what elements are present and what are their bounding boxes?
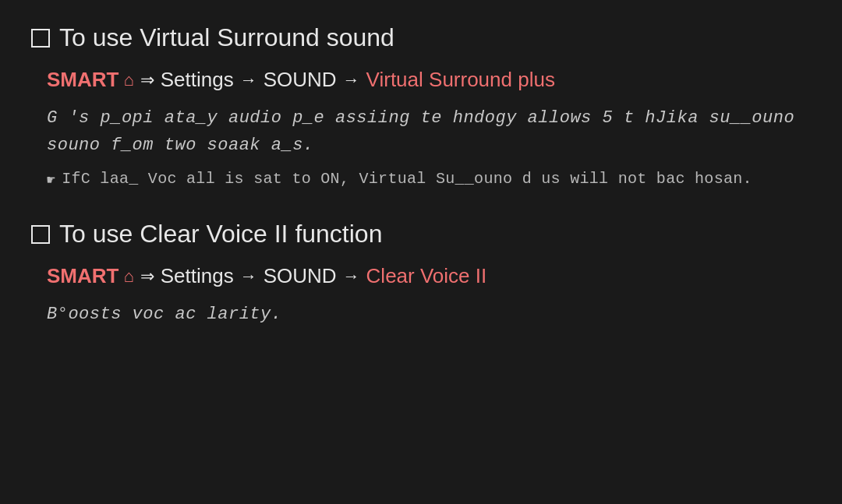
- note-icon-1: ☛: [47, 171, 55, 189]
- nav-arrow-2b: →: [240, 266, 257, 287]
- nav-path-2: SMART ⌂ ⇒ Settings → SOUND → Clear Voice…: [31, 264, 811, 288]
- nav-settings-2: Settings: [161, 264, 234, 288]
- nav-smart-label-2: SMART: [47, 264, 119, 288]
- section-title-text-1: To use Virtual Surround sound: [59, 23, 394, 52]
- description-1: G 's p_opi ata_y audio p_e assiing te hn…: [31, 104, 811, 159]
- checkbox-icon-1: [31, 29, 50, 48]
- nav-sound-2: SOUND: [264, 264, 337, 288]
- section-title-text-2: To use Clear Voice II function: [59, 220, 382, 248]
- section-clear-voice: To use Clear Voice II function SMART ⌂ ⇒…: [31, 220, 811, 328]
- nav-arrow-2c: →: [343, 266, 360, 287]
- note-text-1: IfC laa_ Voc all is sat to ON, Virtual S…: [62, 170, 752, 188]
- nav-smart-label-1: SMART: [47, 68, 119, 92]
- nav-arrow-1a: ⇒: [140, 70, 154, 90]
- nav-destination-1: Virtual Surround plus: [366, 68, 555, 92]
- nav-arrow-2a: ⇒: [140, 266, 154, 287]
- nav-arrow-1b: →: [240, 70, 257, 90]
- section-title-clear-voice: To use Clear Voice II function: [31, 220, 811, 248]
- description-2: B°oosts voc ac larity.: [31, 301, 811, 328]
- checkbox-icon-2: [31, 225, 50, 244]
- section-virtual-surround: To use Virtual Surround sound SMART ⌂ ⇒ …: [31, 23, 811, 189]
- note-1: ☛ IfC laa_ Voc all is sat to ON, Virtual…: [31, 170, 811, 189]
- nav-arrow-1c: →: [343, 70, 360, 90]
- section-title-virtual-surround: To use Virtual Surround sound: [31, 23, 811, 52]
- nav-path-1: SMART ⌂ ⇒ Settings → SOUND → Virtual Sur…: [31, 68, 811, 92]
- home-icon-2: ⌂: [123, 266, 133, 287]
- home-icon-1: ⌂: [123, 70, 133, 90]
- nav-settings-1: Settings: [161, 68, 234, 92]
- nav-destination-2: Clear Voice II: [366, 264, 487, 288]
- nav-sound-1: SOUND: [264, 68, 337, 92]
- page-container: To use Virtual Surround sound SMART ⌂ ⇒ …: [31, 23, 811, 329]
